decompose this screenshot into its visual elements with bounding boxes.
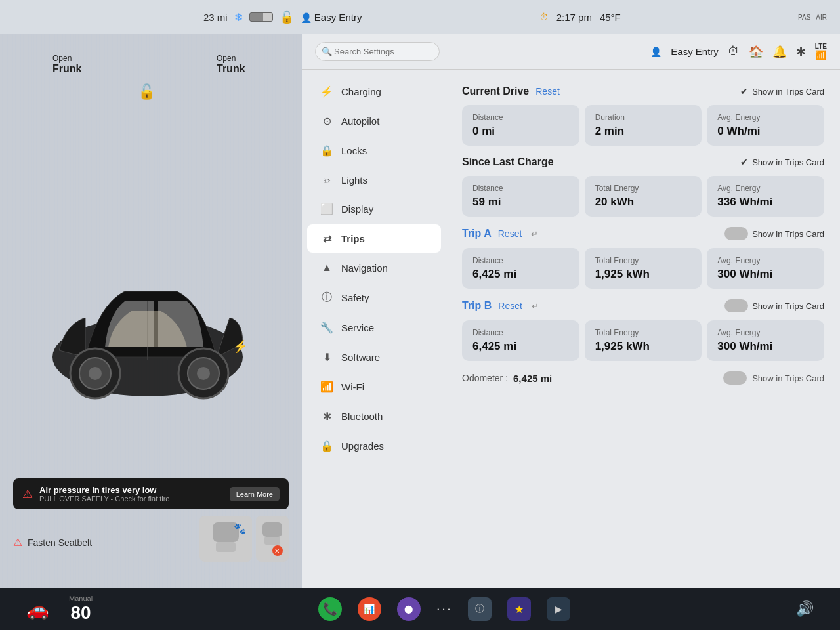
odometer-row: Odometer : 6,425 mi Show in Trips Card bbox=[462, 371, 824, 385]
nav-item-software[interactable]: ⬇ Software bbox=[307, 343, 441, 371]
star-button[interactable]: ★ bbox=[507, 597, 531, 621]
trip-a-stats: Distance 6,425 mi Total Energy 1,925 kWh… bbox=[462, 248, 824, 289]
svg-point-3 bbox=[89, 367, 102, 380]
trip-a-value-0: 6,425 mi bbox=[472, 268, 569, 281]
current-drive-reset[interactable]: Reset bbox=[536, 86, 560, 96]
since-last-charge-show-trips: ✔ Show in Trips Card bbox=[740, 157, 824, 167]
media-button[interactable]: 📊 bbox=[358, 597, 381, 621]
since-charge-stat-1: Total Energy 20 kWh bbox=[585, 176, 702, 217]
bell-header-icon[interactable]: 🔔 bbox=[772, 45, 787, 59]
since-charge-label-2: Avg. Energy bbox=[717, 184, 814, 193]
since-last-charge-title: Since Last Charge bbox=[462, 156, 554, 168]
svg-rect-10 bbox=[216, 542, 236, 552]
volume-icon[interactable]: 🔊 bbox=[796, 600, 814, 618]
trip-b-value-2: 300 Wh/mi bbox=[717, 340, 814, 353]
snowflake-icon: ❄ bbox=[234, 11, 243, 24]
odometer-value: 6,425 mi bbox=[513, 373, 552, 384]
since-charge-value-1: 20 kWh bbox=[595, 196, 692, 209]
settings-panel: 🔍 👤 Easy Entry ⏱ 🏠 🔔 ✱ LTE 📶 bbox=[302, 34, 840, 588]
wifi-icon: 📶 bbox=[320, 381, 333, 393]
nav-label-upgrades: Upgrades bbox=[341, 440, 384, 452]
odometer-label: Odometer : bbox=[462, 373, 508, 383]
nav-item-bluetooth[interactable]: ✱ Bluetooth bbox=[307, 402, 441, 430]
since-charge-label-1: Total Energy bbox=[595, 184, 692, 193]
alert-banner: ⚠ Air pressure in tires very low PULL OV… bbox=[13, 478, 289, 509]
since-last-charge-trips-label: Show in Trips Card bbox=[752, 158, 824, 167]
svg-text:⚡: ⚡ bbox=[233, 339, 248, 354]
lte-signal: LTE 📶 bbox=[815, 43, 827, 60]
search-input[interactable] bbox=[315, 42, 440, 61]
current-drive-stat-2: Avg. Energy 0 Wh/mi bbox=[707, 105, 824, 146]
trip-a-title: Trip A bbox=[462, 228, 492, 240]
nav-item-trips[interactable]: ⇄ Trips bbox=[307, 224, 441, 253]
stat-label-1: Duration bbox=[595, 113, 692, 122]
trip-b-value-1: 1,925 kWh bbox=[595, 340, 692, 353]
info-button[interactable]: ⓘ bbox=[468, 597, 492, 621]
car-taskbar-icon[interactable]: 🚗 bbox=[26, 598, 49, 620]
header-easy-entry: Easy Entry bbox=[671, 46, 719, 57]
nav-item-upgrades[interactable]: 🔒 Upgrades bbox=[307, 432, 441, 460]
current-drive-header: Current Drive Reset ✔ Show in Trips Card bbox=[462, 85, 824, 97]
since-last-charge-stats: Distance 59 mi Total Energy 20 kWh Avg. … bbox=[462, 176, 824, 217]
seatbelt-warning: ⚠ Fasten Seatbelt bbox=[13, 536, 92, 549]
locks-icon: 🔒 bbox=[320, 144, 333, 157]
trip-b-reset-arrow: ↵ bbox=[532, 301, 539, 311]
lights-icon: ☼ bbox=[320, 174, 333, 186]
nav-item-locks[interactable]: 🔒 Locks bbox=[307, 136, 441, 165]
home-header-icon[interactable]: 🏠 bbox=[749, 45, 763, 59]
alert-text: Air pressure in tires very low PULL OVER… bbox=[39, 485, 223, 503]
current-drive-title: Current Drive bbox=[462, 85, 529, 97]
trips-icon: ⇄ bbox=[320, 232, 333, 245]
trip-b-stat-1: Total Energy 1,925 kWh bbox=[585, 320, 702, 361]
trip-a-reset[interactable]: Reset bbox=[498, 228, 522, 239]
main-content: Open Frunk Open Trunk 🔓 bbox=[0, 34, 840, 588]
charging-icon: ⚡ bbox=[320, 85, 333, 98]
more-dots[interactable]: ··· bbox=[436, 600, 452, 618]
odometer-show-trips: Show in Trips Card bbox=[723, 371, 824, 385]
bluetooth-header-icon[interactable]: ✱ bbox=[796, 45, 806, 59]
nav-menu: ⚡ Charging ⊙ Autopilot 🔒 Locks ☼ Lights … bbox=[302, 70, 446, 588]
nav-item-display[interactable]: ⬜ Display bbox=[307, 195, 441, 223]
trip-b-reset[interactable]: Reset bbox=[498, 301, 522, 311]
status-temp: 45°F bbox=[600, 12, 621, 23]
since-charge-value-2: 336 Wh/mi bbox=[717, 196, 814, 209]
nav-item-service[interactable]: 🔧 Service bbox=[307, 314, 441, 342]
phone-button[interactable]: 📞 bbox=[318, 597, 342, 621]
since-last-charge-checkmark: ✔ bbox=[740, 157, 748, 167]
autopilot-icon: ⊙ bbox=[320, 115, 333, 127]
trip-a-trips-label: Show in Trips Card bbox=[752, 229, 824, 239]
play-icon: ▶ bbox=[555, 604, 562, 614]
learn-more-button[interactable]: Learn More bbox=[230, 487, 280, 501]
nav-item-lights[interactable]: ☼ Lights bbox=[307, 166, 441, 194]
nav-item-safety[interactable]: ⓘ Safety bbox=[307, 283, 441, 312]
clock-icon: ⏱ bbox=[539, 12, 549, 22]
browser-button[interactable]: ⬤ bbox=[397, 597, 421, 621]
trip-b-label-1: Total Energy bbox=[595, 328, 692, 337]
nav-item-autopilot[interactable]: ⊙ Autopilot bbox=[307, 107, 441, 135]
seat-thumbnails: 🐾 ✕ bbox=[200, 516, 289, 562]
speed-label: Manual bbox=[69, 595, 93, 602]
trip-a-value-1: 1,925 kWh bbox=[595, 268, 692, 281]
settings-header-right: 👤 Easy Entry ⏱ 🏠 🔔 ✱ LTE 📶 bbox=[650, 43, 827, 60]
trip-a-label-0: Distance bbox=[472, 256, 569, 265]
trip-a-toggle[interactable] bbox=[724, 227, 748, 240]
info-icon: ⓘ bbox=[475, 603, 484, 615]
nav-item-wifi[interactable]: 📶 Wi-Fi bbox=[307, 373, 441, 401]
seat-thumbnail-1: 🐾 bbox=[200, 516, 252, 562]
status-left: 23 mi ❄ 🔓 👤 Easy Entry bbox=[203, 10, 362, 24]
nav-item-navigation[interactable]: ▲ Navigation bbox=[307, 254, 441, 282]
seat-thumbnail-2: ✕ bbox=[256, 516, 289, 562]
trip-a-stat-2: Avg. Energy 300 Wh/mi bbox=[707, 248, 824, 289]
mileage-display: 23 mi bbox=[203, 12, 228, 23]
alert-icon: ⚠ bbox=[22, 487, 33, 501]
odometer-toggle[interactable] bbox=[723, 371, 747, 385]
nav-label-display: Display bbox=[341, 203, 373, 215]
nav-label-trips: Trips bbox=[341, 233, 365, 244]
nav-label-wifi: Wi-Fi bbox=[341, 381, 364, 392]
clock-header-icon[interactable]: ⏱ bbox=[728, 45, 740, 58]
nav-item-charging[interactable]: ⚡ Charging bbox=[307, 77, 441, 106]
trip-b-header: Trip B Reset ↵ Show in Trips Card bbox=[462, 299, 824, 312]
stat-value-2: 0 Wh/mi bbox=[717, 125, 814, 138]
trip-b-toggle[interactable] bbox=[724, 299, 748, 312]
play-button[interactable]: ▶ bbox=[547, 597, 570, 621]
